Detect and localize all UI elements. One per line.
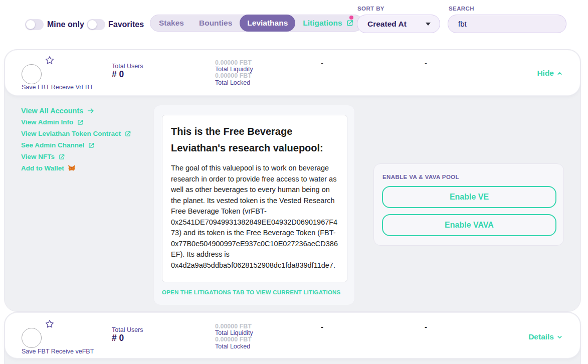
expanded-detail-section: View All Accounts View Admin Info bbox=[5, 96, 580, 311]
notification-dot bbox=[349, 16, 353, 20]
hide-details-button[interactable]: Hide bbox=[537, 69, 563, 78]
tab-group: Stakes Bounties Leviathans Litigations bbox=[150, 15, 363, 32]
empty-column-dash: - bbox=[321, 59, 323, 67]
pool-stats: 0.00000 FBT Total Liquidity 0.00000 FBT … bbox=[215, 323, 253, 350]
toggle-knob bbox=[88, 20, 97, 29]
description-panel: This is the Free Beverage Leviathan's re… bbox=[153, 105, 355, 305]
sort-by-label: SORT BY bbox=[357, 6, 384, 12]
metamask-fox-icon bbox=[68, 164, 76, 172]
tab-stakes[interactable]: Stakes bbox=[151, 15, 191, 32]
tab-litigations-label: Litigations bbox=[303, 19, 342, 28]
details-label: Details bbox=[528, 332, 554, 341]
total-users-value: # 0 bbox=[112, 69, 124, 80]
empty-column-dash: - bbox=[425, 322, 427, 331]
total-locked-value: 0.00000 FBT bbox=[215, 73, 253, 79]
description-body: The goal of this valuepool is to work on… bbox=[171, 163, 338, 271]
empty-column-dash: - bbox=[425, 59, 427, 67]
view-admin-info-link[interactable]: View Admin Info bbox=[21, 116, 131, 128]
link-label: Add to Wallet bbox=[21, 164, 64, 172]
enable-pool-panel: ENABLE VA & VAVA POOL Enable VE Enable V… bbox=[373, 163, 564, 246]
see-admin-channel-link[interactable]: See Admin Channel bbox=[21, 139, 131, 151]
total-users-label: Total Users bbox=[112, 63, 143, 70]
toolbar: Mine only Favorites Stakes Bounties Levi… bbox=[0, 0, 588, 48]
chevron-down-icon bbox=[556, 334, 563, 340]
favorite-star-icon[interactable] bbox=[45, 55, 55, 65]
sort-select[interactable]: Created At bbox=[357, 15, 440, 33]
pool-caption: Save FBT Receive VrFBT bbox=[22, 84, 93, 91]
add-to-wallet-link[interactable]: Add to Wallet bbox=[21, 162, 131, 174]
sort-select-value: Created At bbox=[367, 20, 426, 29]
leviathan-card-collapsed: Save FBT Receive veFBT Total Users # 0 0… bbox=[4, 312, 581, 364]
chevron-up-icon bbox=[556, 70, 563, 77]
external-link-icon bbox=[124, 130, 131, 137]
total-locked-value: 0.00000 FBT bbox=[215, 336, 253, 343]
enable-ve-button[interactable]: Enable VE bbox=[382, 186, 556, 208]
link-label: View All Accounts bbox=[21, 107, 83, 115]
search-input[interactable] bbox=[448, 15, 566, 33]
arrow-right-icon bbox=[87, 107, 95, 115]
total-locked-label: Total Locked bbox=[215, 343, 253, 350]
caret-down-icon bbox=[426, 23, 431, 26]
search-label: SEARCH bbox=[449, 6, 474, 12]
view-nfts-link[interactable]: View NFTs bbox=[21, 151, 131, 162]
pool-avatar bbox=[22, 328, 42, 348]
toggle-knob bbox=[26, 20, 35, 29]
description-heading: This is the Free Beverage Leviathan's re… bbox=[171, 123, 338, 156]
favorite-star-icon[interactable] bbox=[45, 319, 55, 329]
hide-label: Hide bbox=[537, 69, 554, 78]
tab-leviathans[interactable]: Leviathans bbox=[240, 15, 295, 32]
mine-only-label: Mine only bbox=[47, 19, 84, 31]
external-link-icon bbox=[346, 19, 354, 27]
pool-caption: Save FBT Receive veFBT bbox=[22, 348, 94, 355]
external-link-icon bbox=[88, 142, 95, 149]
link-label: See Admin Channel bbox=[21, 141, 84, 149]
empty-column-dash: - bbox=[321, 322, 323, 331]
total-users-value: # 0 bbox=[112, 333, 124, 343]
links-column: View All Accounts View Admin Info bbox=[21, 105, 131, 174]
view-leviathan-token-contract-link[interactable]: View Leviathan Token Contract bbox=[21, 128, 131, 139]
tab-bounties[interactable]: Bounties bbox=[191, 15, 240, 32]
enable-panel-heading: ENABLE VA & VAVA POOL bbox=[382, 174, 459, 180]
description-box: This is the Free Beverage Leviathan's re… bbox=[162, 115, 347, 282]
details-button[interactable]: Details bbox=[528, 332, 563, 341]
litigations-note: OPEN THE LITIGATIONS TAB TO VIEW CURRENT… bbox=[162, 289, 340, 295]
pool-row: Save FBT Receive veFBT Total Users # 0 0… bbox=[5, 312, 580, 358]
total-users-label: Total Users bbox=[112, 326, 143, 333]
link-label: View Admin Info bbox=[21, 118, 73, 126]
external-link-icon bbox=[58, 153, 65, 160]
external-link-icon bbox=[77, 119, 84, 126]
pool-row: Save FBT Receive VrFBT Total Users # 0 0… bbox=[5, 50, 580, 96]
link-label: View Leviathan Token Contract bbox=[21, 130, 121, 137]
favorites-toggle[interactable] bbox=[87, 19, 105, 30]
leviathan-card-expanded: Save FBT Receive VrFBT Total Users # 0 0… bbox=[4, 49, 581, 312]
total-locked-label: Total Locked bbox=[215, 80, 253, 86]
pool-stats: 0.00000 FBT Total Liquidity 0.00000 FBT … bbox=[215, 60, 253, 86]
enable-vava-button[interactable]: Enable VAVA bbox=[382, 214, 556, 236]
view-all-accounts-link[interactable]: View All Accounts bbox=[21, 105, 131, 116]
mine-only-toggle[interactable] bbox=[25, 19, 44, 30]
favorites-label: Favorites bbox=[108, 19, 144, 31]
pool-avatar bbox=[22, 64, 42, 84]
link-label: View NFTs bbox=[21, 153, 55, 160]
page: Mine only Favorites Stakes Bounties Levi… bbox=[0, 0, 588, 364]
